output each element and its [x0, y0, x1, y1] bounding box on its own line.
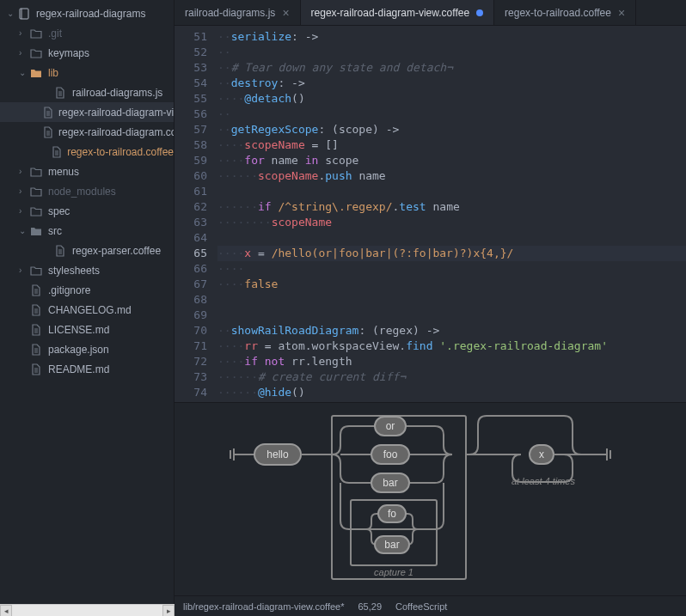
tree-file[interactable]: regex-railroad-diagram.coffee	[0, 122, 174, 142]
tree-folder[interactable]: ›node_modules	[0, 181, 174, 201]
line-number[interactable]: 54	[175, 76, 207, 91]
file-icon	[53, 245, 67, 257]
status-cursor-position[interactable]: 65,29	[358, 601, 383, 612]
tree-folder[interactable]: ›spec	[0, 201, 174, 221]
line-number[interactable]: 61	[175, 184, 207, 199]
status-language[interactable]: CoffeeScript	[395, 601, 447, 612]
line-number[interactable]: 60	[175, 168, 207, 184]
tree-folder[interactable]: ⌄lib	[0, 63, 174, 82]
chevron-right-icon: ›	[19, 265, 29, 275]
editor-tab[interactable]: railroad-diagrams.js×	[175, 0, 301, 25]
folder-icon	[29, 186, 43, 197]
tab-label: railroad-diagrams.js	[185, 7, 275, 19]
folder-icon	[29, 167, 43, 177]
tree-folder[interactable]: ›.git	[0, 23, 174, 43]
tree-folder[interactable]: ⌄src	[0, 221, 174, 241]
line-number[interactable]: 70	[175, 323, 207, 338]
tab-label: regex-railroad-diagram-view.coffee	[311, 7, 470, 19]
tree-item-label: regex-to-railroad.coffee	[67, 146, 174, 158]
file-icon	[43, 107, 53, 119]
folder-icon	[29, 206, 43, 217]
editor-tab[interactable]: regex-to-railroad.coffee×	[494, 0, 636, 25]
gutter: 5152535455565758596061626364656667686970…	[175, 26, 217, 402]
line-number[interactable]: 51	[175, 29, 207, 45]
line-number[interactable]: 71	[175, 338, 207, 354]
tree-item-label: CHANGELOG.md	[48, 304, 132, 316]
cursor-line[interactable]: ····x = /hello(or|foo|bar|(?:fo|bar)?)x{…	[217, 246, 686, 261]
sidebar-scrollbar[interactable]: ◂ ▸	[0, 604, 175, 616]
editor-tab[interactable]: regex-railroad-diagram-view.coffee	[301, 0, 495, 25]
tree-item-label: src	[48, 225, 62, 237]
chevron-down-icon: ⌄	[19, 226, 29, 235]
diagram-repeat-label: at least 4 times	[511, 476, 575, 486]
line-number[interactable]: 67	[175, 277, 207, 292]
diagram-node-hello: hello	[266, 448, 289, 460]
tree-item-label: .git	[48, 27, 62, 40]
tree-folder[interactable]: ›stylesheets	[0, 260, 174, 280]
line-number[interactable]: 74	[175, 385, 207, 400]
diagram-node-fo: fo	[387, 508, 395, 520]
line-number[interactable]: 59	[175, 153, 207, 168]
chevron-right-icon: ›	[19, 167, 29, 176]
tree-item-label: regex-railroad-diagram-view.coffee	[58, 107, 174, 119]
line-number[interactable]: 57	[175, 122, 207, 137]
tree-file[interactable]: package.json	[0, 339, 174, 359]
close-icon[interactable]: ×	[618, 6, 625, 20]
tree-folder[interactable]: ›keymaps	[0, 43, 174, 63]
line-number[interactable]: 64	[175, 230, 207, 246]
scroll-left-button[interactable]: ◂	[0, 605, 12, 616]
file-icon	[53, 87, 67, 99]
line-number[interactable]: 62	[175, 199, 207, 215]
tree-file[interactable]: regex-parser.coffee	[0, 241, 174, 260]
file-icon	[29, 344, 43, 356]
file-icon	[43, 126, 53, 138]
tree-root[interactable]: ⌄ regex-railroad-diagrams	[0, 3, 174, 23]
line-number[interactable]: 68	[175, 292, 207, 308]
scroll-right-button[interactable]: ▸	[162, 605, 175, 616]
line-number[interactable]: 63	[175, 215, 207, 230]
status-file[interactable]: lib/regex-railroad-diagram-view.coffee*	[183, 601, 345, 612]
close-icon[interactable]: ×	[282, 6, 289, 20]
folder-icon	[29, 28, 43, 39]
dirty-indicator	[476, 9, 483, 16]
file-tree-sidebar: ⌄ regex-railroad-diagrams ›.git›keymaps⌄…	[0, 0, 175, 616]
line-number[interactable]: 53	[175, 60, 207, 76]
file-tree: ⌄ regex-railroad-diagrams ›.git›keymaps⌄…	[0, 0, 174, 604]
folder-icon	[29, 48, 43, 58]
code-editor[interactable]: 5152535455565758596061626364656667686970…	[175, 26, 686, 402]
line-number[interactable]: 69	[175, 308, 207, 323]
tree-folder[interactable]: ›menus	[0, 162, 174, 181]
line-number[interactable]: 72	[175, 354, 207, 369]
tree-item-label: railroad-diagrams.js	[72, 87, 162, 99]
file-icon	[29, 304, 43, 316]
chevron-down-icon: ⌄	[7, 9, 17, 18]
line-number[interactable]: 55	[175, 91, 207, 107]
chevron-right-icon: ›	[19, 48, 29, 58]
line-number[interactable]: 66	[175, 261, 207, 277]
editor-area: railroad-diagrams.js×regex-railroad-diag…	[175, 0, 686, 616]
line-number[interactable]: 56	[175, 107, 207, 122]
line-number[interactable]: 58	[175, 137, 207, 153]
tree-item-label: node_modules	[48, 186, 116, 198]
line-number[interactable]: 65	[175, 246, 207, 261]
folder-icon	[29, 265, 43, 276]
code-content[interactable]: ··serialize: -> ·· ··# Tear down any sta…	[217, 26, 686, 402]
tree-item-label: .gitignore	[48, 284, 90, 296]
svg-rect-37	[332, 416, 466, 579]
tree-file[interactable]: railroad-diagrams.js	[0, 82, 174, 102]
diagram-node-or: or	[385, 420, 395, 432]
line-number[interactable]: 52	[175, 45, 207, 60]
file-icon	[29, 324, 43, 336]
repo-icon	[17, 8, 31, 20]
status-bar: lib/regex-railroad-diagram-view.coffee* …	[175, 595, 686, 616]
folder-icon	[29, 226, 43, 236]
file-icon	[52, 146, 63, 158]
tree-file[interactable]: regex-railroad-diagram-view.coffee	[0, 102, 174, 122]
tree-file[interactable]: .gitignore	[0, 280, 174, 300]
tree-item-label: regex-parser.coffee	[72, 245, 161, 257]
line-number[interactable]: 73	[175, 369, 207, 385]
tree-file[interactable]: CHANGELOG.md	[0, 300, 174, 320]
tree-file[interactable]: LICENSE.md	[0, 320, 174, 339]
tree-file[interactable]: README.md	[0, 359, 174, 379]
tree-file[interactable]: regex-to-railroad.coffee	[0, 142, 174, 162]
